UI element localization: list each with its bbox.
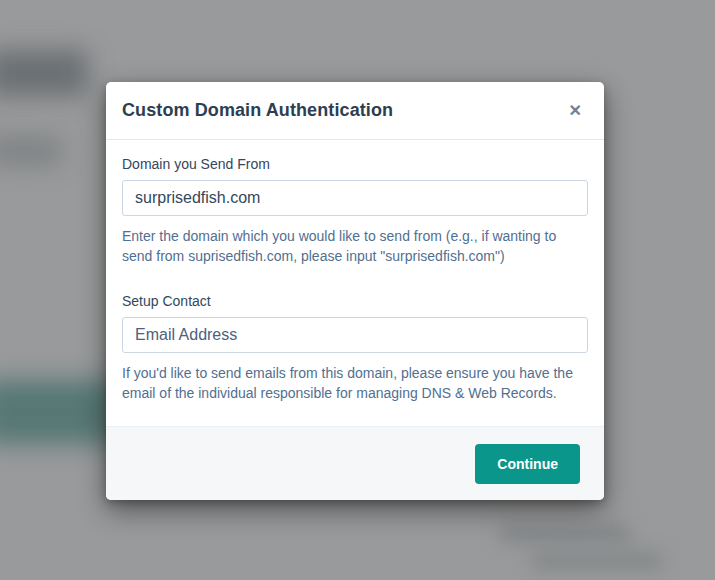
domain-input[interactable] [122,180,588,216]
custom-domain-authentication-dialog: Custom Domain Authentication ✕ Domain yo… [106,82,604,500]
close-icon: ✕ [569,102,582,119]
background-blurred-teal-element [0,380,122,444]
background-blurred-element [0,50,88,96]
dialog-header: Custom Domain Authentication ✕ [106,82,604,140]
domain-help-text: Enter the domain which you would like to… [122,226,588,267]
background-blurred-element [500,526,630,542]
contact-email-input[interactable] [122,317,588,353]
dialog-footer: Continue [106,426,604,500]
background-blurred-element [0,136,62,166]
dimmed-page-overlay: Custom Domain Authentication ✕ Domain yo… [0,0,715,580]
continue-button[interactable]: Continue [475,444,580,484]
domain-field-label: Domain you Send From [122,156,588,172]
dialog-body: Domain you Send From Enter the domain wh… [106,140,604,426]
contact-field-group: Setup Contact If you'd like to send emai… [122,293,588,404]
background-blurred-element [532,552,662,570]
dialog-title: Custom Domain Authentication [122,100,393,121]
close-button[interactable]: ✕ [567,101,584,121]
contact-help-text: If you'd like to send emails from this d… [122,363,588,404]
contact-field-label: Setup Contact [122,293,588,309]
domain-field-group: Domain you Send From Enter the domain wh… [122,156,588,267]
